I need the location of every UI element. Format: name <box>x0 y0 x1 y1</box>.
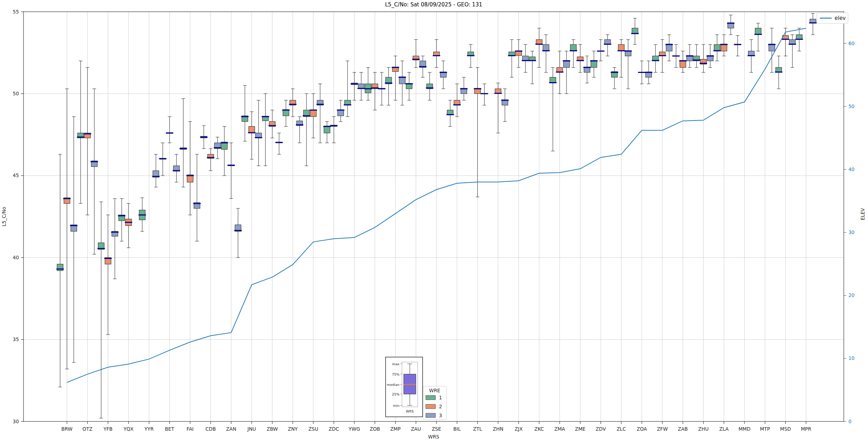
box-ZMA-wre3 <box>563 51 570 94</box>
box-BET-wre3 <box>173 154 180 182</box>
box-ZJX-wre3 <box>522 44 529 72</box>
wre-item-label-3: 3 <box>439 413 442 418</box>
secondary-y-axis-label: ELEV <box>860 208 866 220</box>
x-tick-label-ZNY: ZNY <box>288 426 298 432</box>
iqr-box <box>338 110 344 116</box>
box-CDB-wre1 <box>200 126 208 149</box>
x-tick-label-ZME: ZME <box>575 426 585 432</box>
box-ZAB-wre2 <box>679 51 686 73</box>
box-ZDC-wre2 <box>330 117 338 143</box>
x-tick-label-ZOA: ZOA <box>637 426 647 432</box>
x-tick-label-ZSE: ZSE <box>432 426 441 432</box>
box-ZMA-wre1 <box>549 68 556 151</box>
box-ZKC-wre2 <box>535 28 543 68</box>
box-ZSU-wre2 <box>309 94 317 138</box>
box-ZLA-wre1 <box>713 35 721 61</box>
wre-legend: WRE 123 <box>423 386 446 420</box>
inset-xlabel: WRS <box>406 409 414 413</box>
inset-label-median: median <box>387 383 399 387</box>
y2-tick-label: 20 <box>848 292 854 298</box>
box-YWG-wre3 <box>357 72 365 100</box>
box-ZOB-wre3 <box>378 72 386 105</box>
box-ZJX-wre1 <box>508 39 516 77</box>
box-JNU-wre2 <box>248 112 255 159</box>
box-ZNY-wre1 <box>282 100 290 127</box>
x-tick-label-JNU: JNU <box>247 426 256 432</box>
iqr-box <box>543 44 549 51</box>
inset-label-25: 25% <box>392 392 399 396</box>
iqr-box <box>714 44 720 51</box>
box-ZME-wre1 <box>570 39 577 67</box>
x-tick-label-YFB: YFB <box>103 426 113 432</box>
box-BIL-wre2 <box>453 84 461 117</box>
box-ZSE-wre3 <box>440 61 447 89</box>
iqr-box <box>591 60 597 68</box>
box-YYR-wre1 <box>138 198 146 231</box>
box-MTP-wre1 <box>754 23 762 51</box>
wre-legend-items: 123 <box>426 395 442 418</box>
wre-swatch-3 <box>426 413 435 418</box>
x-tick-label-YWG: YWG <box>348 426 360 432</box>
box-BIL-wre3 <box>460 77 467 100</box>
y2-tick-label: 10 <box>848 355 854 361</box>
box-ZBW-wre1 <box>262 94 269 166</box>
box-ZTL-wre1 <box>467 44 475 68</box>
y2-tick-label: 0 <box>848 419 852 424</box>
box-ZOA-wre2 <box>638 61 645 84</box>
x-tick-label-ZAB: ZAB <box>678 426 688 432</box>
box-CDB-wre3 <box>214 137 221 159</box>
x-axis-label: WRS <box>428 434 439 440</box>
box-ZDC-wre3 <box>337 100 344 122</box>
x-tick-label-ZKC: ZKC <box>534 426 544 432</box>
iqr-box <box>755 28 761 34</box>
box-YFB-wre2 <box>104 215 112 334</box>
box-YQX-wre1 <box>118 198 125 241</box>
box-ZLA-wre2 <box>720 35 728 56</box>
wre-item-label-2: 2 <box>439 404 442 409</box>
box-ZME-wre2 <box>576 44 584 72</box>
box-ZME-wre3 <box>583 56 591 83</box>
box-ZAU-wre2 <box>412 39 420 67</box>
box-YWG-wre1 <box>344 61 351 117</box>
box-ZOA-wre1 <box>631 18 639 44</box>
box-FAI-wre3 <box>193 154 201 241</box>
iqr-box <box>57 264 63 271</box>
figure: 3035404550550102030405060BRWOTZYFBYQXYYR… <box>0 0 868 441</box>
box-YWG-wre2 <box>351 72 358 100</box>
box-ZAN-wre1 <box>221 127 228 176</box>
elev-legend: elev <box>817 13 848 23</box>
box-ZSU-wre3 <box>317 84 324 143</box>
box-ZKC-wre3 <box>542 35 550 73</box>
iqr-box <box>324 126 330 133</box>
x-tick-label-ZDC: ZDC <box>329 426 339 432</box>
box-ZAU-wre1 <box>406 72 413 100</box>
box-ZMA-wre2 <box>556 51 563 94</box>
x-tick-label-ZAU: ZAU <box>411 426 421 432</box>
box-MTP-wre3 <box>768 28 775 72</box>
y-tick-label: 55 <box>13 9 19 15</box>
box-OTZ-wre2 <box>84 68 91 215</box>
x-tick-label-ZFW: ZFW <box>657 426 668 432</box>
x-tick-label-ZSU: ZSU <box>308 426 318 432</box>
y-tick-label: 40 <box>13 255 19 260</box>
y2-tick-label: 50 <box>848 103 854 109</box>
x-tick-label-MTP: MTP <box>760 426 770 432</box>
y-tick-label: 45 <box>13 172 19 178</box>
x-tick-label-ZAN: ZAN <box>226 426 236 432</box>
iqr-box <box>310 110 316 117</box>
box-ZTL-wre3 <box>481 84 488 105</box>
box-JNU-wre3 <box>255 100 262 166</box>
box-MSD-wre1 <box>775 56 783 89</box>
box-ZDC-wre1 <box>323 122 331 143</box>
box-ZMP-wre3 <box>398 61 406 105</box>
box-ZSE-wre1 <box>426 72 433 100</box>
x-tick-label-BIL: BIL <box>453 426 461 432</box>
y-tick-label: 30 <box>13 419 19 424</box>
box-CDB-wre2 <box>207 149 214 171</box>
inset-label-min: min <box>393 404 399 408</box>
box-ZFW-wre3 <box>665 35 673 61</box>
x-tick-label-ZLA: ZLA <box>719 426 729 432</box>
x-tick-label-ZDV: ZDV <box>596 426 606 432</box>
x-tick-label-ZHN: ZHN <box>493 426 503 432</box>
box-YFB-wre3 <box>111 198 119 279</box>
